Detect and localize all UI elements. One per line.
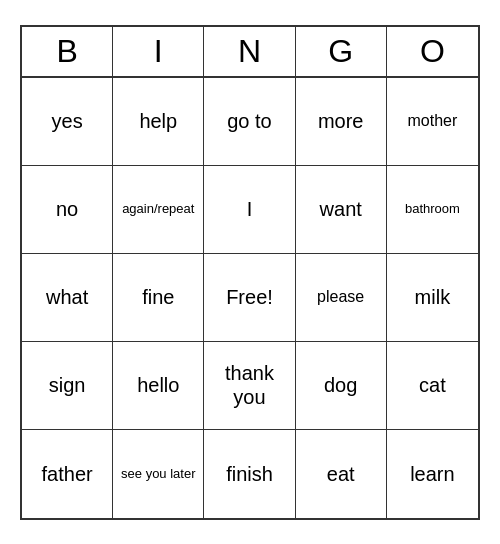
bingo-cell: again/repeat: [113, 166, 204, 254]
bingo-cell: mother: [387, 78, 478, 166]
bingo-cell: please: [296, 254, 387, 342]
bingo-cell: milk: [387, 254, 478, 342]
bingo-card: BINGO yeshelpgo tomoremothernoagain/repe…: [20, 25, 480, 520]
bingo-cell: what: [22, 254, 113, 342]
header-letter: O: [387, 27, 478, 76]
bingo-cell: fine: [113, 254, 204, 342]
bingo-cell: thank you: [204, 342, 295, 430]
header-letter: I: [113, 27, 204, 76]
bingo-cell: no: [22, 166, 113, 254]
bingo-cell: finish: [204, 430, 295, 518]
bingo-cell: see you later: [113, 430, 204, 518]
bingo-cell: cat: [387, 342, 478, 430]
header-letter: N: [204, 27, 295, 76]
header-letter: G: [296, 27, 387, 76]
bingo-grid: yeshelpgo tomoremothernoagain/repeatIwan…: [22, 78, 478, 518]
bingo-cell: I: [204, 166, 295, 254]
bingo-cell: father: [22, 430, 113, 518]
bingo-cell: hello: [113, 342, 204, 430]
bingo-cell: dog: [296, 342, 387, 430]
bingo-cell: learn: [387, 430, 478, 518]
bingo-cell: Free!: [204, 254, 295, 342]
bingo-cell: sign: [22, 342, 113, 430]
bingo-cell: eat: [296, 430, 387, 518]
bingo-cell: want: [296, 166, 387, 254]
bingo-cell: more: [296, 78, 387, 166]
bingo-header: BINGO: [22, 27, 478, 78]
header-letter: B: [22, 27, 113, 76]
bingo-cell: go to: [204, 78, 295, 166]
bingo-cell: yes: [22, 78, 113, 166]
bingo-cell: bathroom: [387, 166, 478, 254]
bingo-cell: help: [113, 78, 204, 166]
